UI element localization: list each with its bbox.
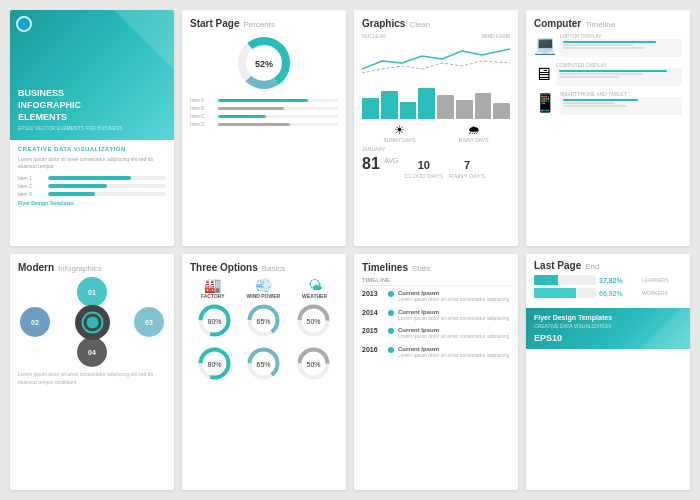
options-icons: 🏭 FACTORY 💨 WIND POWER 🌤 WEATHER — [190, 277, 338, 299]
bar-row-1: Item 1 — [18, 175, 166, 181]
line-chart-svg — [362, 41, 510, 76]
card2-header: Start Page Percents — [190, 18, 338, 29]
svg-text:52%: 52% — [255, 59, 273, 69]
circle-diagram: 01 02 03 04 — [18, 277, 166, 367]
weather-sunny: ☀ SUNNY DAYS — [384, 123, 416, 143]
card4-header: Computer Timeline — [534, 18, 682, 29]
card1-header-bg: 🌐 BUSINESS INFOGRAPHIC ELEMENTS EPS10 VE… — [10, 10, 174, 140]
card7-header: Timelines Stats — [362, 262, 510, 273]
card1-bars: Item 1 Item 2 Item 3 — [18, 175, 166, 197]
timeline-item-1: 2013 Current Ipsum Lorem ipsum dolor sit… — [362, 290, 510, 303]
svg-point-5 — [86, 316, 98, 328]
mobile-icon: 📱 — [534, 92, 556, 114]
card1-title-text: BUSINESS INFOGRAPHIC ELEMENTS EPS10 VECT… — [18, 88, 123, 132]
card-modern: Modern Infographics 01 02 03 04 Lorem ip… — [10, 254, 174, 490]
svg-text:80%: 80% — [208, 318, 222, 325]
timeline-item-3: 2015 Current Ipsum Lorem ipsum dolor sit… — [362, 327, 510, 340]
petal-03: 03 — [134, 307, 164, 337]
footer-triangle — [640, 308, 690, 349]
prog-row-1: Item A — [190, 97, 338, 103]
device-monitor: 🖥 COMPUTER DISPLAY — [534, 62, 682, 86]
pct-bar-1: 37,82% LEARNERS — [534, 275, 682, 285]
option-wind: 💨 WIND POWER — [247, 277, 281, 299]
svg-text:65%: 65% — [257, 361, 271, 368]
option-weather: 🌤 WEATHER — [302, 277, 327, 299]
bar-row-3: Item 3 — [18, 191, 166, 197]
option-factory: 🏭 FACTORY — [201, 277, 225, 299]
svg-text:80%: 80% — [208, 361, 222, 368]
svg-text:50%: 50% — [306, 318, 320, 325]
card-graphics: Graphics Clean NUCLEAR WIND FARM ☀ SUNN — [354, 10, 518, 246]
timeline-item-4: 2016 Current Ipsum Lorem ipsum dolor sit… — [362, 346, 510, 359]
prog-row-3: Item C — [190, 113, 338, 119]
monitor-icon: 🖥 — [534, 64, 552, 85]
card8-top-section: Last Page End 37,82% LEARNERS 66,92% — [526, 254, 690, 308]
gauge-1: 80% — [197, 303, 232, 342]
main-grid: 🌐 BUSINESS INFOGRAPHIC ELEMENTS EPS10 VE… — [10, 10, 690, 490]
gauge-5: 65% — [246, 346, 281, 385]
bar-chart — [362, 84, 510, 119]
timeline-list: 2013 Current Ipsum Lorem ipsum dolor sit… — [362, 290, 510, 358]
globe-icon: 🌐 — [16, 16, 32, 32]
card5-header: Modern Infographics — [18, 262, 166, 273]
progress-bars: Item A Item B Item C Item D — [190, 97, 338, 127]
stacked-bars: 37,82% LEARNERS 66,92% WORKERS — [534, 275, 682, 298]
card8-teal-footer: Flyer Design Templates CREATIVE DATA VIS… — [526, 308, 690, 349]
card1-triangle — [114, 10, 174, 70]
card-computer: Computer Timeline 💻 LAPTOP DISPLAY 🖥 COM… — [526, 10, 690, 246]
gauge-2: 65% — [246, 303, 281, 342]
gauge-4: 80% — [197, 346, 232, 385]
gauge-6: 50% — [296, 346, 331, 385]
svg-text:50%: 50% — [306, 361, 320, 368]
timeline-item-2: 2014 Current Ipsum Lorem ipsum dolor sit… — [362, 309, 510, 322]
card8-header: Last Page End — [534, 260, 682, 271]
device-laptop: 💻 LAPTOP DISPLAY — [534, 33, 682, 57]
petal-02: 02 — [20, 307, 50, 337]
petal-04: 04 — [77, 337, 107, 367]
laptop-icon: 💻 — [534, 34, 556, 56]
card-last-page: Last Page End 37,82% LEARNERS 66,92% — [526, 254, 690, 490]
big-stats: 81 AVG 10 CLOUD DAYS 7 RAINY DAYS — [362, 155, 510, 179]
device-mobile: 📱 SMARTPHONE AND TABLET — [534, 91, 682, 115]
chart-tags: NUCLEAR WIND FARM — [362, 33, 510, 39]
card-three-options: Three Options Basics 🏭 FACTORY 💨 WIND PO… — [182, 254, 346, 490]
petal-01: 01 — [77, 277, 107, 307]
prog-row-4: Item D — [190, 121, 338, 127]
gauge-3: 50% — [296, 303, 331, 342]
card-timelines: Timelines Stats TIMELINE 2013 Current Ip… — [354, 254, 518, 490]
weather-rainy: 🌧 RAINY DAYS — [459, 123, 489, 143]
circle-center — [75, 305, 110, 340]
weather-icons: ☀ SUNNY DAYS 🌧 RAINY DAYS — [362, 123, 510, 143]
card3-header: Graphics Clean — [362, 18, 510, 29]
card6-header: Three Options Basics — [190, 262, 338, 273]
card1-body: Creative Data Visualization Lorem ipsum … — [10, 140, 174, 212]
gauge-row-2: 80% 65% 50% — [190, 346, 338, 385]
bar-row-2: Item 2 — [18, 183, 166, 189]
card-business: 🌐 BUSINESS INFOGRAPHIC ELEMENTS EPS10 VE… — [10, 10, 174, 246]
gauge-row-1: 80% 65% 50% — [190, 303, 338, 342]
donut-svg: 52% — [234, 33, 294, 93]
svg-text:65%: 65% — [257, 318, 271, 325]
donut-chart: 52% — [190, 33, 338, 93]
prog-row-2: Item B — [190, 105, 338, 111]
pct-bar-2: 66,92% WORKERS — [534, 288, 682, 298]
card-start-page: Start Page Percents 52% Item A Item B It… — [182, 10, 346, 246]
